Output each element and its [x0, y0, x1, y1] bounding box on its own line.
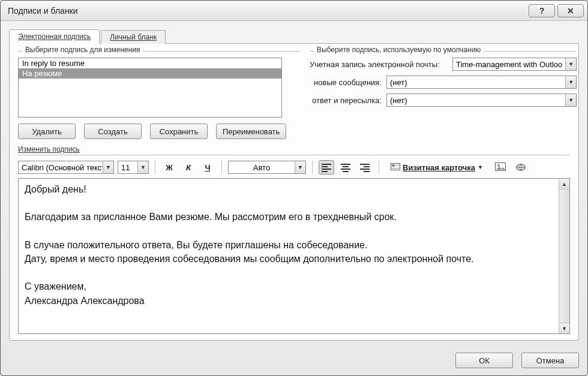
replies-row: ответ и пересылка: (нет) ▼: [310, 94, 577, 107]
signature-editor[interactable]: Добрый день! Благодарим за присланное Ва…: [19, 179, 559, 333]
new-messages-label: новые сообщения:: [310, 78, 386, 87]
font-color-combo[interactable]: Авто ▼: [228, 161, 306, 174]
signature-buttons: Удалить Создать Сохранить Переименовать: [18, 124, 300, 139]
label-text: Изменить подпись: [18, 145, 80, 154]
button-label: Переименовать: [223, 127, 280, 136]
combo-value: 11: [118, 163, 137, 172]
combo-value: (нет): [387, 96, 565, 105]
chevron-down-icon: ▼: [478, 164, 483, 170]
divider: [18, 155, 570, 155]
scrollbar[interactable]: ▲ ▼: [559, 179, 569, 333]
list-item[interactable]: In reply to resume: [19, 58, 281, 68]
button-label: Ж: [166, 163, 173, 172]
font-combo[interactable]: Calibri (Основной текст ▼: [18, 161, 114, 174]
button-label: ОК: [479, 356, 490, 365]
chevron-down-icon: ▼: [137, 161, 148, 173]
tab-email-signature[interactable]: Электронная подпись: [9, 29, 100, 44]
svg-point-5: [497, 164, 500, 167]
italic-button[interactable]: К: [181, 160, 196, 175]
default-signature-group: Выберите подпись, используемую по умолча…: [310, 51, 577, 139]
align-left-button[interactable]: [319, 160, 334, 175]
separator: [312, 161, 313, 174]
save-button[interactable]: Сохранить: [150, 124, 208, 139]
align-right-button[interactable]: [357, 160, 373, 175]
editor-toolbar: Calibri (Основной текст ▼ 11 ▼ Ж К Ч Авт…: [18, 160, 570, 175]
replies-label: ответ и пересылка:: [310, 96, 386, 105]
button-label: Создать: [98, 127, 127, 136]
ok-button[interactable]: ОК: [455, 353, 513, 368]
account-row: Учетная запись электронной почты: Time-m…: [310, 58, 577, 71]
picture-icon: [495, 163, 506, 172]
align-left-icon: [322, 164, 331, 171]
svg-rect-3: [392, 168, 399, 169]
new-messages-row: новые сообщения: (нет) ▼: [310, 76, 577, 89]
dialog-body: Электронная подпись Личный бланк Выберит…: [1, 21, 587, 347]
tab-label: Личный бланк: [110, 33, 157, 41]
separator: [221, 161, 222, 174]
group-frame: In reply to resume На резюме Удалить Соз…: [18, 51, 300, 139]
cancel-button[interactable]: Отмена: [521, 353, 579, 368]
align-center-icon: [341, 164, 350, 171]
tab-bar: Электронная подпись Личный бланк: [9, 27, 579, 44]
svg-rect-2: [395, 165, 399, 166]
align-right-icon: [360, 164, 370, 171]
group-label: Выберите подпись для изменения: [23, 46, 143, 54]
new-messages-combo[interactable]: (нет) ▼: [386, 76, 577, 89]
underline-button[interactable]: Ч: [200, 160, 215, 175]
chevron-down-icon: ▼: [103, 161, 113, 173]
dialog-footer: ОК Отмена: [1, 347, 587, 375]
card-icon: [391, 163, 400, 172]
group-frame: Учетная запись электронной почты: Time-m…: [310, 51, 577, 107]
separator: [379, 161, 379, 174]
delete-button[interactable]: Удалить: [18, 124, 76, 139]
combo-value: Авто: [229, 163, 295, 172]
font-size-combo[interactable]: 11 ▼: [118, 161, 149, 174]
button-label: К: [186, 163, 191, 172]
top-row: Выберите подпись для изменения In reply …: [18, 51, 570, 139]
editor-wrap: Добрый день! Благодарим за присланное Ва…: [18, 178, 570, 334]
chevron-down-icon: ▼: [565, 58, 576, 70]
chevron-down-icon: ▼: [565, 94, 576, 106]
tab-personal-stationery[interactable]: Личный бланк: [101, 30, 166, 44]
separator: [155, 161, 155, 174]
svg-rect-1: [392, 164, 395, 167]
scroll-up-icon[interactable]: ▲: [559, 179, 569, 189]
chevron-down-icon: ▼: [295, 161, 305, 173]
button-label: Ч: [205, 163, 210, 172]
dialog-window: Подписи и бланки ? ✕ Электронная подпись…: [0, 0, 588, 376]
insert-hyperlink-button[interactable]: [512, 160, 529, 175]
select-signature-group: Выберите подпись для изменения In reply …: [18, 51, 300, 139]
button-label: Удалить: [32, 127, 62, 136]
combo-value: Time-management with Outloo: [453, 60, 565, 69]
new-button[interactable]: Создать: [84, 124, 142, 139]
rename-button[interactable]: Переименовать: [216, 124, 286, 139]
titlebar: Подписи и бланки ? ✕: [1, 1, 587, 21]
edit-signature-group: Изменить подпись Calibri (Основной текст…: [18, 145, 570, 334]
align-center-button[interactable]: [338, 160, 353, 175]
button-label: Визитная карточка: [403, 163, 475, 172]
link-icon: [515, 163, 526, 172]
help-button[interactable]: ?: [529, 4, 555, 17]
tab-label: Электронная подпись: [18, 32, 91, 41]
replies-combo[interactable]: (нет) ▼: [386, 94, 577, 107]
button-label: Отмена: [536, 356, 565, 365]
close-button[interactable]: ✕: [557, 4, 584, 17]
account-combo[interactable]: Time-management with Outloo ▼: [452, 58, 577, 71]
scroll-down-icon[interactable]: ▼: [559, 323, 569, 333]
edit-signature-label: Изменить подпись: [18, 145, 570, 154]
chevron-down-icon: ▼: [565, 76, 576, 88]
tab-panel: Выберите подпись для изменения In reply …: [9, 44, 579, 341]
bold-button[interactable]: Ж: [161, 160, 177, 175]
insert-picture-button[interactable]: [492, 160, 509, 175]
group-label: Выберите подпись, используемую по умолча…: [314, 46, 483, 54]
signature-listbox[interactable]: In reply to resume На резюме: [18, 58, 282, 118]
account-label: Учетная запись электронной почты:: [310, 60, 452, 69]
combo-value: Calibri (Основной текст: [19, 163, 103, 172]
business-card-button[interactable]: Визитная карточка ▼: [385, 160, 488, 175]
list-item[interactable]: На резюме: [19, 68, 281, 79]
window-title: Подписи и бланки: [8, 6, 526, 16]
combo-value: (нет): [387, 78, 565, 87]
button-label: Сохранить: [160, 127, 199, 136]
